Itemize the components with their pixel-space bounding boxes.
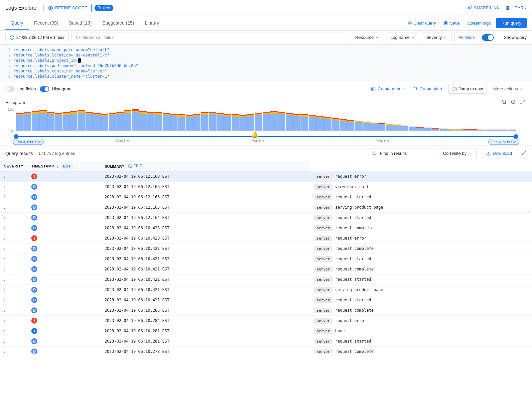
table-row[interactable]: ›!2023-02-04 19:06:10.428 ESTserverreque… xyxy=(0,233,532,244)
expand-row-button[interactable]: › xyxy=(3,277,7,282)
expand-row-button[interactable]: › xyxy=(3,349,7,354)
tab-suggested[interactable]: Suggested (15) xyxy=(97,17,140,30)
zoom-in-button[interactable] xyxy=(500,99,508,106)
table-row[interactable]: ›!2023-02-04 19:06:12.168 ESTserverreque… xyxy=(0,171,532,182)
table-row[interactable]: ›D2023-02-04 19:06:12.166 ESTserverreque… xyxy=(0,192,532,202)
plus-filters-button[interactable]: +6 filters xyxy=(454,33,479,42)
expand-row-button[interactable]: › xyxy=(3,256,7,261)
histogram-switch[interactable] xyxy=(40,86,49,92)
results-bar: Query results 171,737 log entries Find i… xyxy=(0,146,532,161)
hist-bar xyxy=(116,112,124,131)
edit-columns-button[interactable]: EDIT xyxy=(128,164,142,168)
table-row[interactable]: ›D2023-02-04 19:06:10.428 ESTserverreque… xyxy=(0,223,532,233)
table-wrapper[interactable]: SEVERITY TIMESTAMP ↓ EST SUMMARY EDIT xyxy=(0,161,532,354)
col-header-timestamp[interactable]: TIMESTAMP ↓ EST xyxy=(27,161,100,171)
zoom-out-button[interactable] xyxy=(509,99,517,106)
expand-row-button[interactable]: › xyxy=(3,297,7,303)
table-row[interactable]: ›D2023-02-04 19:06:12.166 ESTserverview … xyxy=(0,182,532,192)
table-row[interactable]: ›D2023-02-04 19:06:12.165 ESTserverservi… xyxy=(0,202,532,213)
expand-row-button[interactable]: › xyxy=(3,339,7,344)
table-row[interactable]: ›D2023-02-04 19:06:12.164 ESTserverreque… xyxy=(0,213,532,223)
table-row[interactable]: ›D2023-02-04 19:06:10.421 ESTserverreque… xyxy=(0,254,532,264)
timeline-handle-right[interactable] xyxy=(513,134,518,139)
find-results-button[interactable]: Find in results xyxy=(367,149,433,158)
tab-recent[interactable]: Recent (39) xyxy=(29,17,64,30)
expand-row-button[interactable]: › xyxy=(3,215,7,220)
search-input[interactable] xyxy=(83,35,344,40)
hist-bar xyxy=(201,112,208,131)
expand-row-button[interactable]: › xyxy=(3,205,7,210)
tab-saved[interactable]: Saved (19) xyxy=(64,17,97,30)
timeline-handle-left[interactable] xyxy=(14,134,19,139)
expand-row-button[interactable]: › xyxy=(3,174,7,179)
table-row[interactable]: ›D2023-02-04 19:06:10.421 ESTserverreque… xyxy=(0,264,532,274)
correlate-button[interactable]: Correlate by xyxy=(439,149,477,158)
download-button[interactable]: Download xyxy=(482,149,516,158)
severity-cell: D xyxy=(27,223,100,233)
expand-row-button[interactable]: › xyxy=(3,318,7,323)
table-row[interactable]: ›D2023-02-04 19:06:10.421 ESTserverreque… xyxy=(0,244,532,254)
bell-icon[interactable]: 🔔 xyxy=(251,131,258,138)
expand-row-button[interactable]: › xyxy=(3,194,7,200)
run-query-label: Run query xyxy=(501,21,521,26)
expand-row-button[interactable]: › xyxy=(3,287,7,292)
search-box[interactable] xyxy=(71,33,348,42)
create-metric-label: Create metric xyxy=(378,86,404,91)
table-row[interactable]: ›D2023-02-04 19:06:10.285 ESTserverreque… xyxy=(0,305,532,316)
table-row[interactable]: ›D2023-02-04 19:06:10.421 ESTserverreque… xyxy=(0,295,532,305)
svg-line-24 xyxy=(522,153,524,155)
query-line-4: 4 resource.labels.pod_name="frontend-56d… xyxy=(0,63,532,68)
fullscreen-button[interactable] xyxy=(521,150,527,157)
log-name-filter[interactable]: Log name xyxy=(386,33,419,42)
more-actions-button[interactable]: More actions xyxy=(490,84,527,93)
refine-scope-button[interactable]: REFINE SCOPE xyxy=(44,4,92,12)
time-range-button[interactable]: 2/4/23 7:06:12 PM ± 1 hour xyxy=(5,33,69,42)
summary-text: request complete xyxy=(335,308,374,313)
expand-row-button[interactable]: › xyxy=(3,236,7,241)
expand-row-button[interactable]: › xyxy=(3,328,7,334)
stream-logs-button[interactable]: Stream logs xyxy=(465,19,493,28)
run-query-button[interactable]: Run query xyxy=(496,18,527,28)
expand-row-button[interactable]: › xyxy=(3,266,7,272)
table-row[interactable]: ›D2023-02-04 19:06:10.421 ESTserverservi… xyxy=(0,285,532,295)
correlate-label: Correlate by xyxy=(443,151,466,156)
save-button[interactable]: Save xyxy=(441,19,463,28)
show-query-switch[interactable] xyxy=(482,34,494,41)
expand-row-button[interactable]: › xyxy=(3,184,7,189)
severity-filter[interactable]: Severity xyxy=(422,33,452,42)
table-row[interactable]: ›i2023-02-04 19:06:10.281 ESTserverhome xyxy=(0,326,532,336)
expand-histogram-button[interactable] xyxy=(519,99,527,106)
log-fields-switch[interactable] xyxy=(5,86,15,92)
expand-row-button[interactable]: › xyxy=(3,225,7,231)
table-row[interactable]: ›D2023-02-04 19:06:10.278 ESTserverreque… xyxy=(0,347,532,354)
clear-query-button[interactable]: Clear query xyxy=(405,19,439,28)
expand-row-button[interactable]: › xyxy=(3,308,7,313)
log-fields-toggle: Log fields xyxy=(5,86,36,92)
link-icon xyxy=(466,5,472,11)
svg-line-12 xyxy=(505,103,506,104)
create-metric-button[interactable]: Create metric xyxy=(368,84,407,93)
hist-bar xyxy=(286,113,293,131)
share-link-button[interactable]: SHARE LINK xyxy=(466,5,499,11)
filter-bar: 2/4/23 7:06:12 PM ± 1 hour Resource Log … xyxy=(0,31,532,45)
svg-line-19 xyxy=(521,102,522,104)
tab-library[interactable]: Library xyxy=(140,17,165,30)
expand-row-button[interactable]: › xyxy=(3,246,7,251)
debug-severity-icon: D xyxy=(31,215,37,221)
table-row[interactable]: ›D2023-02-04 19:06:10.281 ESTserverreque… xyxy=(0,336,532,347)
learn-button[interactable]: LEARN xyxy=(505,5,527,11)
project-badge[interactable]: Project xyxy=(94,5,113,11)
table-row[interactable]: ›!2023-02-04 19:06:10.284 ESTserverreque… xyxy=(0,316,532,326)
tab-query[interactable]: Query xyxy=(5,17,29,30)
jump-to-now-button[interactable]: Jump to now xyxy=(448,84,487,94)
create-alert-button[interactable]: Create alert xyxy=(410,84,446,93)
hist-bar-blue xyxy=(440,129,447,131)
timezone-badge[interactable]: EST xyxy=(61,163,73,169)
debug-severity-icon: D xyxy=(31,276,37,282)
hist-bar xyxy=(455,129,462,131)
col-header-severity[interactable]: SEVERITY xyxy=(0,161,27,171)
resource-filter[interactable]: Resource xyxy=(351,33,383,42)
timestamp-cell: 2023-02-04 19:06:10.421 EST xyxy=(100,264,310,274)
summary-text: request error xyxy=(335,174,366,179)
table-row[interactable]: ›D2023-02-04 19:06:10.421 ESTserverreque… xyxy=(0,274,532,285)
